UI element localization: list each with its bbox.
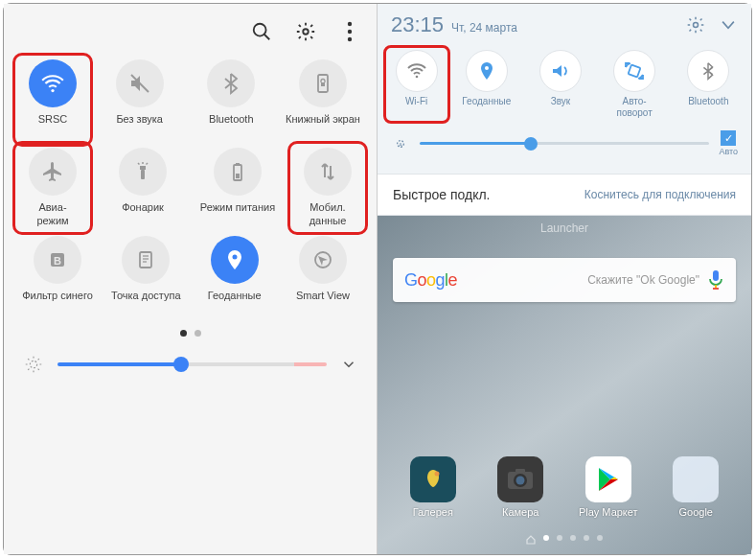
svg-rect-17 (236, 174, 240, 178)
tile-label: SRSC (38, 113, 68, 140)
tile-sound[interactable]: Звук (527, 50, 594, 119)
tile-wifi[interactable]: SRSC (12, 53, 93, 147)
tile-airplane[interactable]: Авиа- режим (12, 141, 93, 235)
page-dot (543, 535, 549, 541)
chevron-down-icon[interactable] (340, 356, 357, 373)
quick-settings-grid: SRSC Без звука Bluetooth (4, 59, 377, 324)
tile-blue-filter[interactable]: B Фильтр синего (17, 236, 98, 316)
svg-point-29 (485, 66, 489, 70)
slider-thumb[interactable] (173, 357, 189, 372)
tile-mute[interactable]: Без звука (100, 59, 180, 140)
tile-label: Фонарик (122, 201, 164, 228)
svg-rect-20 (140, 252, 151, 268)
mic-icon[interactable] (707, 269, 724, 291)
svg-line-14 (147, 163, 149, 165)
svg-text:B: B (54, 255, 61, 267)
auto-brightness-icon: A (391, 134, 410, 153)
camera-icon (497, 456, 543, 502)
quick-connect-title: Быстрое подкл. (393, 187, 490, 202)
launcher-label: Launcher (378, 216, 751, 241)
tile-battery[interactable]: Режим питания (197, 148, 278, 228)
tile-hotspot[interactable]: Точка доступа (105, 236, 186, 316)
app-camera[interactable]: Камера (482, 456, 559, 518)
tile-label: Авиа- режим (36, 201, 68, 228)
chevron-down-icon[interactable] (719, 15, 738, 35)
svg-rect-9 (321, 82, 325, 86)
tile-mobile-data[interactable]: Мобил. данные (287, 141, 368, 235)
tile-portrait-lock[interactable]: Книжный экран (283, 59, 363, 140)
quick-connect-hint: Коснитесь для подключения (584, 188, 736, 201)
sound-icon (539, 50, 582, 92)
app-label: Камера (502, 506, 538, 518)
battery-icon (214, 148, 262, 196)
svg-rect-30 (629, 65, 641, 78)
gear-icon[interactable] (294, 20, 317, 43)
status-bar: 23:15 Чт, 24 марта (378, 4, 751, 46)
tile-label: Геоданные (208, 290, 262, 316)
google-search-bar[interactable]: Google Скажите "Ok Google" (393, 258, 736, 302)
tile-bluetooth[interactable]: Bluetooth (191, 59, 271, 140)
app-google-folder[interactable]: Google (657, 456, 734, 518)
home-icon (526, 535, 536, 545)
gallery-icon (410, 456, 456, 502)
search-icon[interactable] (250, 20, 273, 43)
svg-rect-11 (141, 170, 145, 179)
brightness-slider[interactable] (420, 142, 709, 145)
tile-label: Книжный экран (286, 113, 360, 140)
app-label: Галерея (413, 506, 453, 518)
app-play-store[interactable]: Play Маркет (570, 456, 647, 518)
mobile-data-icon (304, 148, 352, 196)
app-label: Google (679, 506, 713, 518)
auto-brightness-checkbox[interactable]: ✓ (721, 130, 736, 146)
auto-label: Авто (719, 147, 738, 156)
app-dock: Галерея Камера Play Маркет (378, 435, 751, 525)
page-dot (584, 535, 589, 541)
wifi-icon (396, 50, 438, 92)
tile-location[interactable]: Геоданные (453, 50, 520, 119)
tile-label: Звук (551, 96, 571, 107)
right-notification-panel: 23:15 Чт, 24 марта (378, 4, 751, 554)
brightness-slider[interactable] (57, 362, 327, 366)
tile-label: Bluetooth (688, 96, 728, 107)
tile-location[interactable]: Геоданные (195, 236, 275, 316)
svg-rect-33 (713, 270, 719, 281)
app-gallery[interactable]: Галерея (395, 456, 471, 518)
airplane-icon (29, 148, 77, 196)
play-store-icon (585, 456, 631, 502)
tile-bluetooth[interactable]: Bluetooth (675, 50, 742, 119)
page-indicator (4, 330, 377, 337)
svg-point-39 (516, 477, 525, 485)
quick-settings-row: Wi-Fi Геоданные Звук (378, 46, 751, 121)
bluetooth-icon (687, 50, 729, 92)
tile-label: Фильтр синего (22, 290, 93, 316)
left-quick-settings-panel: SRSC Без звука Bluetooth (4, 4, 378, 554)
smart-view-icon (299, 236, 347, 284)
svg-point-26 (30, 361, 36, 367)
tile-rotate[interactable]: Авто- поворот (601, 50, 668, 119)
portrait-lock-icon (299, 59, 347, 107)
tile-label: Без звука (116, 113, 163, 140)
brightness-icon (23, 354, 44, 375)
quick-connect-bar[interactable]: Быстрое подкл. Коснитесь для подключения (378, 174, 751, 216)
svg-point-6 (51, 89, 54, 92)
svg-rect-10 (140, 166, 146, 170)
more-icon[interactable] (338, 20, 361, 43)
mute-icon (116, 59, 164, 107)
svg-rect-40 (515, 469, 525, 473)
svg-point-24 (232, 255, 237, 260)
svg-point-27 (694, 23, 699, 28)
wifi-icon (29, 59, 77, 107)
tile-wifi[interactable]: Wi-Fi (383, 45, 450, 124)
tile-smart-view[interactable]: Smart View (283, 236, 363, 316)
tile-label: Авто- поворот (617, 96, 653, 119)
clock-date: Чт, 24 марта (451, 21, 517, 35)
svg-point-3 (348, 22, 352, 26)
search-hint: Скажите "Ok Google" (457, 273, 707, 287)
tile-label: Smart View (296, 290, 350, 316)
tile-flashlight[interactable]: Фонарик (103, 148, 183, 228)
tile-label: Wi-Fi (405, 96, 427, 107)
slider-thumb[interactable] (524, 137, 538, 151)
app-label: Play Маркет (579, 506, 638, 518)
page-dot (180, 330, 187, 337)
gear-icon[interactable] (686, 15, 705, 35)
